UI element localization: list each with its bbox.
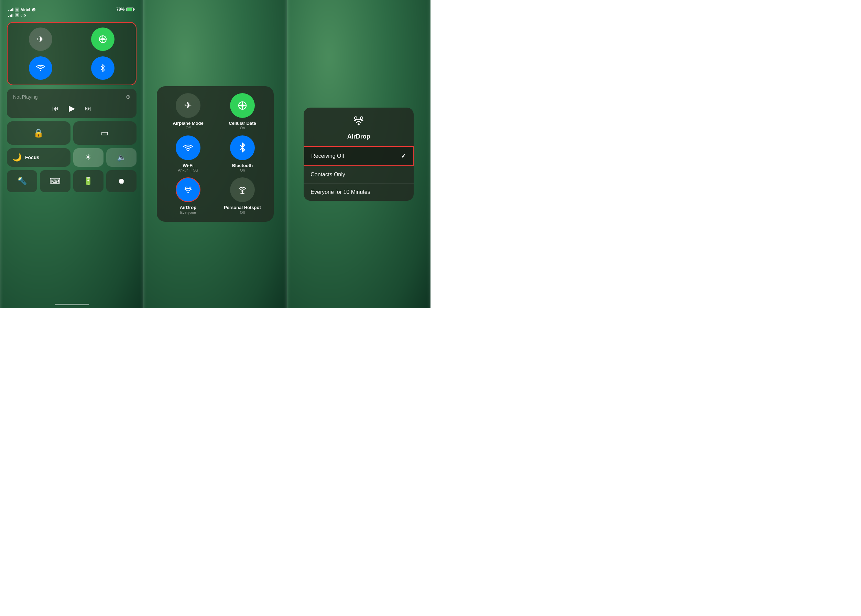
cc-airplane[interactable]: ✈ Airplane Mode Off xyxy=(163,93,213,130)
airdrop-menu-header: AirDrop xyxy=(304,108,414,146)
wifi-button[interactable] xyxy=(29,57,52,80)
moon-icon: 🌙 xyxy=(13,153,22,162)
status-right: 78% xyxy=(116,7,135,12)
svg-point-7 xyxy=(185,187,187,189)
hotspot-circle xyxy=(230,178,255,202)
svg-point-16 xyxy=(360,116,363,119)
bar2b xyxy=(9,15,11,17)
airdrop-header-icon xyxy=(352,115,365,130)
cc-cellular[interactable]: Cellular Data On xyxy=(217,93,268,130)
airplane-label: Airplane Mode Off xyxy=(173,121,203,130)
airdrop-main: AirDrop xyxy=(180,205,196,211)
wifi-circle xyxy=(176,135,200,160)
cellular-main: Cellular Data xyxy=(229,121,256,126)
bluetooth-sub: On xyxy=(232,168,253,173)
svg-point-5 xyxy=(187,149,189,151)
svg-point-6 xyxy=(187,192,189,193)
cellular-data-icon xyxy=(237,100,248,111)
battery-fill xyxy=(127,8,132,11)
bar3b xyxy=(11,14,12,17)
rewind-button[interactable]: ⏮ xyxy=(52,105,59,112)
carrier2-row: B Jio xyxy=(8,13,36,17)
bluetooth-circle xyxy=(230,135,255,160)
bar2 xyxy=(9,9,11,11)
hotspot-label: Personal Hotspot Off xyxy=(224,205,261,215)
battery-widget-tile[interactable]: 🔋 xyxy=(73,170,104,192)
calculator-widget[interactable]: ⌨ xyxy=(40,170,70,192)
airdrop-option-everyone-10[interactable]: Everyone for 10 Minutes xyxy=(304,184,414,201)
airplane-sub: Off xyxy=(173,126,203,130)
wifi-label: Wi-Fi Ankur T_5G xyxy=(178,163,198,173)
brightness-widget[interactable]: ☀ xyxy=(73,148,104,167)
row3-widgets: 🌙 Focus ☀ 🔈 xyxy=(7,148,137,167)
bluetooth-label: Bluetooth On xyxy=(232,163,253,173)
signal-bars-2 xyxy=(8,13,13,17)
panel-3-airdrop-menu: AirDrop Receiving Off ✓ Contacts Only Ev… xyxy=(287,0,430,308)
cc-wifi[interactable]: Wi-Fi Ankur T_5G xyxy=(163,135,213,173)
bar1b xyxy=(8,16,9,17)
panel2-content: ✈ Airplane Mode Off xyxy=(143,0,287,308)
battery-indicator xyxy=(126,8,135,11)
airdrop-header-svg xyxy=(352,115,365,127)
cellular-data-button[interactable] xyxy=(91,27,115,51)
cellular-circle xyxy=(230,93,255,118)
cc-bluetooth[interactable]: Bluetooth On xyxy=(217,135,268,173)
panel3-content: AirDrop Receiving Off ✓ Contacts Only Ev… xyxy=(287,0,430,308)
airdrop-circle xyxy=(176,178,200,202)
airplay-icon[interactable]: ⊕ xyxy=(126,93,130,100)
volume-widget[interactable]: 🔈 xyxy=(106,148,137,167)
cc-card: ✈ Airplane Mode Off xyxy=(157,86,274,222)
wifi-icon-status: ⊛ xyxy=(31,7,36,13)
svg-point-14 xyxy=(357,123,360,125)
airdrop-menu-title: AirDrop xyxy=(347,133,370,140)
cellular-sub: On xyxy=(229,126,256,130)
wifi-main: Wi-Fi xyxy=(178,163,198,168)
bluetooth-button[interactable] xyxy=(91,57,115,80)
airdrop-option-contacts-only[interactable]: Contacts Only xyxy=(304,166,414,184)
cc-airdrop[interactable]: AirDrop Everyone xyxy=(163,178,213,215)
airdrop-icon xyxy=(183,185,193,195)
signal-bars-1 xyxy=(8,8,13,11)
bluetooth-cc-icon xyxy=(238,142,247,153)
lock-rotation-widget[interactable]: 🔒 xyxy=(7,121,71,145)
airplane-circle: ✈ xyxy=(176,93,200,118)
camera-widget[interactable]: ⏺ xyxy=(106,170,137,192)
focus-widget[interactable]: 🌙 Focus xyxy=(7,148,71,167)
bar4 xyxy=(13,8,13,11)
cellular-icon xyxy=(98,35,108,44)
torch-widget[interactable]: 🔦 xyxy=(7,170,37,192)
wifi-icon xyxy=(36,63,46,73)
play-button[interactable]: ▶ xyxy=(69,104,75,113)
connectivity-grid: ✈ xyxy=(7,22,137,85)
svg-point-2 xyxy=(40,70,41,71)
panel1-content: A Airtel ⊛ B Jio 78% xyxy=(0,0,143,308)
airdrop-option-receiving-off[interactable]: Receiving Off ✓ xyxy=(304,146,414,166)
contacts-only-label: Contacts Only xyxy=(310,171,345,178)
cc-row-3: AirDrop Everyone xyxy=(163,178,268,215)
everyone-10-label: Everyone for 10 Minutes xyxy=(310,189,370,195)
cc-hotspot[interactable]: Personal Hotspot Off xyxy=(217,178,268,215)
bluetooth-icon xyxy=(99,64,107,72)
svg-point-8 xyxy=(189,187,191,189)
carrier2-name: Jio xyxy=(20,13,26,17)
carrier1-row: A Airtel ⊛ xyxy=(8,7,36,13)
wifi-cc-icon xyxy=(183,142,194,153)
cc-row-1: ✈ Airplane Mode Off xyxy=(163,93,268,130)
battery-tip xyxy=(134,9,135,10)
cc-row-2: Wi-Fi Ankur T_5G Bluetooth On xyxy=(163,135,268,173)
bluetooth-main: Bluetooth xyxy=(232,163,253,168)
panel-2-expanded-cc: ✈ Airplane Mode Off xyxy=(143,0,287,308)
wifi-sub: Ankur T_5G xyxy=(178,168,198,173)
airplane-main: Airplane Mode xyxy=(173,121,203,126)
bar1 xyxy=(8,10,9,11)
fast-forward-button[interactable]: ⏭ xyxy=(85,105,91,112)
hotspot-main: Personal Hotspot xyxy=(224,205,261,211)
music-widget[interactable]: Not Playing ⊕ ⏮ ▶ ⏭ xyxy=(7,89,137,118)
screen-mirror-widget[interactable]: ▭ xyxy=(73,121,137,145)
airdrop-sub: Everyone xyxy=(180,211,196,215)
airdrop-menu: AirDrop Receiving Off ✓ Contacts Only Ev… xyxy=(304,108,414,201)
home-indicator xyxy=(55,304,89,305)
airplane-mode-button[interactable]: ✈ xyxy=(29,27,52,51)
bar4b xyxy=(13,14,13,17)
cellular-label: Cellular Data On xyxy=(229,121,256,130)
